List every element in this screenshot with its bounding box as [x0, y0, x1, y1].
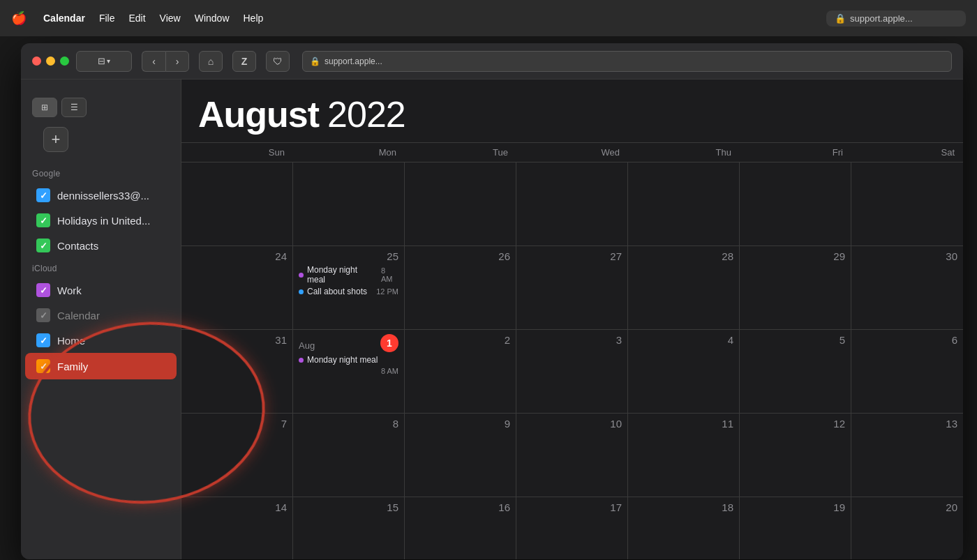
- day-number-17: 17: [522, 501, 622, 513]
- table-row[interactable]: [628, 162, 740, 246]
- day-header-fri: Fri: [740, 143, 851, 162]
- table-row[interactable]: 26: [405, 246, 516, 330]
- table-row[interactable]: 31: [181, 330, 293, 414]
- list-view-button[interactable]: ☰: [61, 98, 87, 117]
- list-item: 8 AM: [299, 367, 398, 375]
- browser-url-bar[interactable]: 🔒 support.apple...: [302, 51, 952, 72]
- maximize-button[interactable]: [60, 56, 69, 66]
- table-row[interactable]: 12: [740, 414, 851, 497]
- table-row[interactable]: 14: [181, 497, 293, 559]
- day-number-10: 10: [522, 418, 622, 430]
- table-row[interactable]: Aug 1 Monday night meal 8 AM: [293, 330, 405, 414]
- table-row[interactable]: 20: [851, 497, 963, 559]
- calendar-window: ⊟ ▾ ‹ › ⌂ Z 🛡 🔒 support.apple... ⊞ ☰: [21, 43, 963, 559]
- table-row[interactable]: 7: [181, 414, 293, 497]
- table-row[interactable]: 24: [181, 246, 293, 330]
- google-section-label: Google: [21, 163, 181, 183]
- holidays-checkbox[interactable]: [36, 213, 50, 227]
- table-row[interactable]: 28: [628, 246, 740, 330]
- day-number-2: 2: [410, 334, 510, 346]
- table-row[interactable]: 18: [628, 497, 740, 559]
- menubar-edit[interactable]: Edit: [128, 13, 145, 24]
- table-row[interactable]: 19: [740, 497, 851, 559]
- day-header-sat: Sat: [851, 143, 963, 162]
- day-header-thu: Thu: [628, 143, 740, 162]
- menubar: 🍎 Calendar File Edit View Window Help 🔒 …: [0, 0, 977, 36]
- table-row[interactable]: 6: [851, 330, 963, 414]
- table-row[interactable]: [293, 162, 405, 246]
- home-checkbox[interactable]: [36, 333, 50, 347]
- event-time: 8 AM: [381, 266, 398, 283]
- table-row[interactable]: [740, 162, 851, 246]
- forward-button[interactable]: ›: [165, 51, 189, 72]
- table-row[interactable]: 17: [516, 497, 628, 559]
- sidebar-item-holidays[interactable]: Holidays in United...: [25, 208, 177, 233]
- holidays-label: Holidays in United...: [57, 215, 150, 227]
- table-row[interactable]: [851, 162, 963, 246]
- dennissellers-checkbox[interactable]: [36, 188, 50, 202]
- url-lock-icon: 🔒: [310, 56, 320, 66]
- menubar-calendar[interactable]: Calendar: [43, 13, 85, 24]
- table-row[interactable]: [405, 162, 516, 246]
- z-button[interactable]: Z: [232, 51, 256, 72]
- day-number-28: 28: [634, 250, 733, 262]
- table-row[interactable]: 5: [740, 330, 851, 414]
- sidebar-item-calendar-icloud[interactable]: Calendar: [25, 303, 177, 328]
- table-row[interactable]: 10: [516, 414, 628, 497]
- event-text: Call about shots: [307, 287, 367, 296]
- close-button[interactable]: [32, 56, 41, 66]
- contacts-label: Contacts: [57, 240, 98, 252]
- sidebar-toggle-button[interactable]: ⊟ ▾: [76, 51, 132, 72]
- sidebar-icon: ⊟: [98, 56, 105, 66]
- url-bar[interactable]: 🔒 support.apple...: [826, 10, 966, 27]
- contacts-checkbox[interactable]: [36, 239, 50, 252]
- table-row[interactable]: 30: [851, 246, 963, 330]
- table-row[interactable]: 9: [405, 414, 516, 497]
- menubar-view[interactable]: View: [160, 13, 181, 24]
- table-row[interactable]: 4: [628, 330, 740, 414]
- table-row[interactable]: 8: [293, 414, 405, 497]
- add-event-button[interactable]: +: [43, 127, 68, 152]
- table-row[interactable]: [181, 162, 293, 246]
- table-row[interactable]: 16: [405, 497, 516, 559]
- table-row[interactable]: 29: [740, 246, 851, 330]
- sidebar-item-family[interactable]: 👤: [25, 353, 177, 379]
- day-header-tue: Tue: [405, 143, 516, 162]
- list-item: Monday night meal 8 AM: [299, 265, 398, 285]
- url-display: support.apple...: [325, 56, 382, 66]
- table-row[interactable]: 27: [516, 246, 628, 330]
- back-button[interactable]: ‹: [142, 51, 165, 72]
- sidebar-item-contacts[interactable]: Contacts: [25, 233, 177, 258]
- lock-icon: 🔒: [835, 13, 846, 24]
- sidebar-item-dennissellers[interactable]: dennissellers33@...: [25, 183, 177, 208]
- menubar-window[interactable]: Window: [195, 13, 230, 24]
- day-number-20: 20: [857, 501, 957, 513]
- day-number-12: 12: [745, 418, 845, 430]
- table-row[interactable]: [516, 162, 628, 246]
- sidebar-item-work[interactable]: Work: [25, 278, 177, 303]
- work-checkbox[interactable]: [36, 283, 50, 297]
- table-row[interactable]: 2: [405, 330, 516, 414]
- minimize-button[interactable]: [46, 56, 55, 66]
- nav-buttons: ‹ ›: [142, 51, 189, 72]
- sidebar: ⊞ ☰ + Google dennissellers33@... Holiday…: [21, 80, 181, 559]
- shield-button[interactable]: 🛡: [266, 51, 290, 72]
- icloud-section-label: iCloud: [21, 258, 181, 278]
- grid-view-button[interactable]: ⊞: [32, 98, 57, 117]
- family-name-input[interactable]: [57, 361, 181, 372]
- menubar-file[interactable]: File: [99, 13, 115, 24]
- table-row[interactable]: 13: [851, 414, 963, 497]
- apple-menu-icon[interactable]: 🍎: [11, 10, 27, 26]
- table-row[interactable]: 11: [628, 414, 740, 497]
- family-checkbox[interactable]: [36, 359, 50, 373]
- url-text: support.apple...: [850, 13, 913, 24]
- home-button[interactable]: ⌂: [199, 51, 223, 72]
- calendar-icloud-checkbox[interactable]: [36, 308, 50, 322]
- list-item: Monday night meal: [299, 355, 398, 365]
- sidebar-item-home[interactable]: Home: [25, 328, 177, 353]
- event-dot: [299, 273, 304, 278]
- menubar-help[interactable]: Help: [244, 13, 264, 24]
- table-row[interactable]: 15: [293, 497, 405, 559]
- table-row[interactable]: 3: [516, 330, 628, 414]
- table-row[interactable]: 25 Monday night meal 8 AM Call about sho…: [293, 246, 405, 330]
